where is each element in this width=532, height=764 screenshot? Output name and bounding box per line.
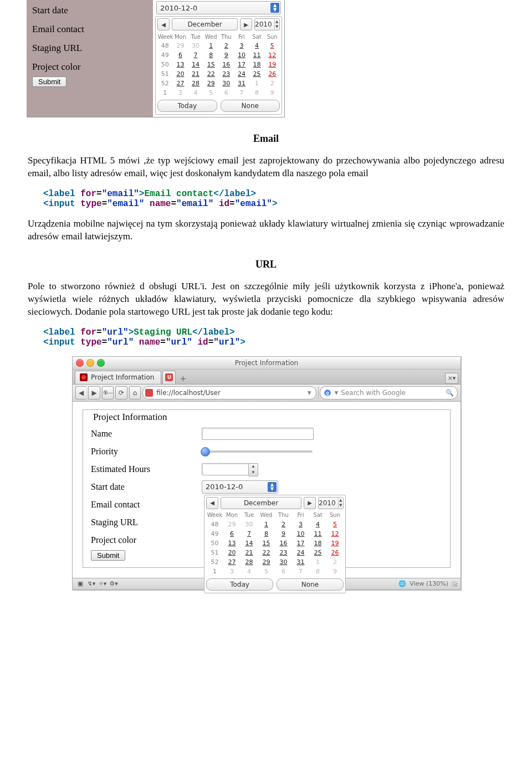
cal-day-cell[interactable]: 9 — [326, 567, 344, 576]
url-dropdown-icon[interactable]: ▼ — [308, 390, 311, 396]
cal-day-cell[interactable]: 27 — [223, 557, 241, 567]
cal-day-cell[interactable]: 30 — [219, 79, 234, 88]
back-button[interactable]: ◀ — [75, 386, 86, 399]
cal-day-cell[interactable]: 26 — [326, 548, 344, 557]
cal-day-cell[interactable]: 24 — [292, 548, 309, 557]
cal-day-cell[interactable]: 2 — [264, 79, 280, 88]
start-date-input[interactable]: 2010-12-0 ▲▼ — [156, 1, 281, 14]
cal-today-button[interactable]: Today — [206, 578, 273, 591]
cal-day-cell[interactable]: 23 — [275, 548, 292, 557]
slider-thumb[interactable] — [201, 447, 210, 457]
cal-day-cell[interactable]: 30 — [275, 557, 292, 567]
cal-next-button[interactable]: ▶ — [304, 497, 316, 509]
panel-icon[interactable]: ▣ — [76, 580, 85, 588]
cal-day-cell[interactable]: 12 — [264, 50, 280, 60]
cal-day-cell[interactable]: 4 — [188, 88, 203, 98]
cal-day-cell[interactable]: 23 — [219, 69, 234, 79]
cal-day-cell[interactable]: 24 — [234, 69, 249, 79]
cal-day-cell[interactable]: 27 — [173, 79, 188, 88]
tab-project-information[interactable]: Project Information — [75, 371, 161, 384]
cal-day-cell[interactable]: 22 — [203, 69, 219, 79]
cal-day-cell[interactable]: 29 — [203, 79, 219, 88]
cal-day-cell[interactable]: 21 — [241, 548, 258, 557]
forward-button[interactable]: ▶ — [88, 386, 100, 399]
cal-prev-button[interactable]: ◀ — [206, 497, 218, 509]
cal-day-cell[interactable]: 16 — [219, 60, 234, 69]
estimated-hours-input[interactable]: ▲▼ — [202, 463, 258, 475]
cal-day-cell[interactable]: 7 — [188, 50, 203, 60]
cal-day-cell[interactable]: 15 — [258, 539, 275, 548]
cal-day-cell[interactable]: 25 — [309, 548, 326, 557]
priority-slider[interactable] — [202, 450, 313, 453]
cal-day-cell[interactable]: 9 — [219, 50, 234, 60]
cal-day-cell[interactable]: 10 — [234, 50, 249, 60]
cal-day-cell[interactable]: 1 — [309, 557, 326, 567]
cal-none-button[interactable]: None — [221, 100, 280, 112]
cal-day-cell[interactable]: 2 — [219, 41, 234, 50]
cal-day-cell[interactable]: 9 — [264, 88, 280, 98]
cal-day-cell[interactable]: 8 — [258, 529, 275, 539]
submit-button-2[interactable]: Submit — [91, 550, 125, 561]
cal-month-label[interactable]: December — [221, 497, 301, 509]
cal-day-cell[interactable]: 2 — [275, 520, 292, 529]
cal-day-cell[interactable]: 9 — [275, 529, 292, 539]
cal-day-cell[interactable]: 29 — [173, 41, 188, 50]
trash-tabs-button[interactable]: ×▾ — [445, 373, 458, 384]
cal-day-cell[interactable]: 20 — [223, 548, 241, 557]
cal-day-cell[interactable]: 30 — [241, 520, 258, 529]
tab-speed-dial[interactable]: U — [162, 371, 176, 384]
start-date-input-2[interactable]: 2010-12-0 ▲▼ — [202, 480, 278, 494]
cal-day-cell[interactable]: 8 — [249, 88, 265, 98]
cal-day-cell[interactable]: 28 — [188, 79, 203, 88]
cal-day-cell[interactable]: 7 — [234, 88, 249, 98]
cal-day-cell[interactable]: 5 — [203, 88, 219, 98]
cal-none-button[interactable]: None — [277, 578, 344, 591]
cal-day-cell[interactable]: 3 — [292, 520, 309, 529]
cal-day-cell[interactable]: 7 — [292, 567, 309, 576]
cal-day-cell[interactable]: 17 — [234, 60, 249, 69]
cal-today-button[interactable]: Today — [157, 100, 217, 112]
cal-month-label[interactable]: December — [172, 18, 238, 30]
cal-day-cell[interactable]: 3 — [234, 41, 249, 50]
cal-day-cell[interactable]: 4 — [309, 520, 326, 529]
cal-next-button[interactable]: ▶ — [240, 18, 252, 30]
resize-grip-icon[interactable] — [452, 581, 457, 587]
cal-day-cell[interactable]: 11 — [309, 529, 326, 539]
cal-day-cell[interactable]: 29 — [223, 520, 241, 529]
cal-day-cell[interactable]: 21 — [188, 69, 203, 79]
cal-day-cell[interactable]: 5 — [264, 41, 280, 50]
cal-day-cell[interactable]: 16 — [275, 539, 292, 548]
date-stepper-icon[interactable]: ▲▼ — [270, 3, 279, 13]
cal-day-cell[interactable]: 22 — [258, 548, 275, 557]
cal-day-cell[interactable]: 17 — [292, 539, 309, 548]
cal-day-cell[interactable]: 5 — [258, 567, 275, 576]
cal-day-cell[interactable]: 29 — [258, 557, 275, 567]
cal-day-cell[interactable]: 26 — [264, 69, 280, 79]
cal-day-cell[interactable]: 6 — [223, 529, 241, 539]
cal-prev-button[interactable]: ◀ — [157, 18, 170, 30]
home-button[interactable]: ⌂ — [129, 386, 141, 399]
sync-icon[interactable]: ↯▾ — [87, 580, 96, 588]
search-bar[interactable]: g ▼ Search with Google 🔍 — [320, 386, 458, 399]
cal-day-cell[interactable]: 8 — [309, 567, 326, 576]
voice-icon[interactable]: ✧▾ — [98, 580, 107, 588]
cal-day-cell[interactable]: 13 — [173, 60, 188, 69]
cal-day-cell[interactable]: 31 — [234, 79, 249, 88]
cal-day-cell[interactable]: 3 — [223, 567, 241, 576]
cal-day-cell[interactable]: 1 — [203, 41, 219, 50]
cal-day-cell[interactable]: 19 — [264, 60, 280, 69]
cal-day-cell[interactable]: 4 — [249, 41, 265, 50]
cal-day-cell[interactable]: 2 — [326, 557, 344, 567]
number-spinner-icon[interactable]: ▲▼ — [248, 463, 258, 476]
cal-year-input[interactable]: 2010▲▼ — [254, 18, 280, 30]
cal-day-cell[interactable]: 7 — [241, 529, 258, 539]
cal-day-cell[interactable]: 4 — [241, 567, 258, 576]
cal-day-cell[interactable]: 13 — [223, 539, 241, 548]
cal-day-cell[interactable]: 20 — [173, 69, 188, 79]
cal-day-cell[interactable]: 10 — [292, 529, 309, 539]
cal-day-cell[interactable]: 15 — [203, 60, 219, 69]
cal-day-cell[interactable]: 6 — [173, 50, 188, 60]
cal-day-cell[interactable]: 19 — [326, 539, 344, 548]
cal-day-cell[interactable]: 18 — [249, 60, 265, 69]
cal-day-cell[interactable]: 30 — [188, 41, 203, 50]
